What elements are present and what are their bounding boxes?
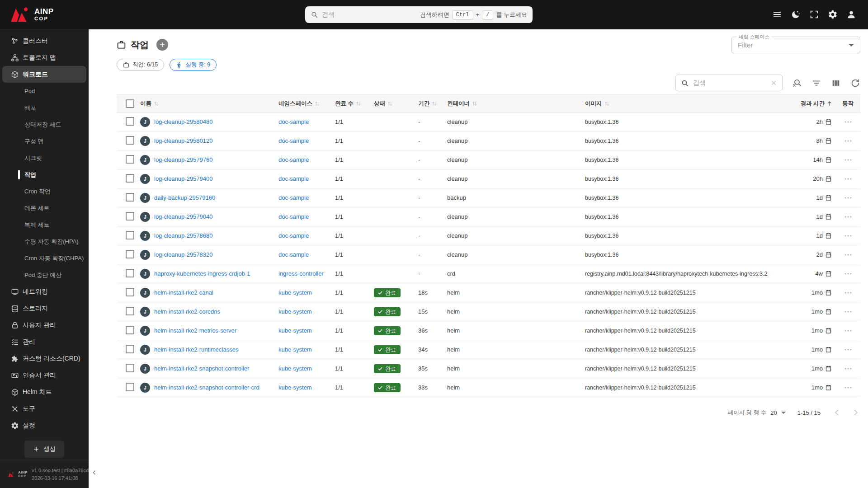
sidebar-item-workloads[interactable]: 워크로드 — [2, 66, 86, 83]
job-name-link[interactable]: log-cleanup-29580120 — [154, 137, 212, 144]
row-actions-button[interactable] — [844, 136, 853, 145]
jobs-count-chip[interactable]: 작업: 6/15 — [117, 59, 164, 71]
row-actions-button[interactable] — [844, 269, 853, 278]
job-name-link[interactable]: log-cleanup-29579760 — [154, 156, 212, 163]
column-header-container[interactable]: 컨테이너 — [447, 100, 585, 108]
column-header-completions[interactable]: 완료 수 — [335, 100, 374, 108]
job-name-link[interactable]: haproxy-kubernetes-ingress-crdjob-1 — [154, 270, 250, 277]
sidebar-item-chpa[interactable]: Cron 자동 확장(CHPA) — [2, 250, 86, 267]
user-account-icon[interactable] — [846, 9, 856, 19]
row-checkbox[interactable] — [126, 174, 134, 183]
menu-icon[interactable] — [772, 9, 782, 19]
app-logo[interactable]: AINP COP — [0, 6, 54, 23]
row-actions-button[interactable] — [844, 383, 853, 392]
sidebar-item-deployments[interactable]: 배포 — [2, 99, 86, 116]
sidebar-item-user-management[interactable]: 사용자 관리 — [2, 317, 86, 333]
row-checkbox[interactable] — [126, 136, 134, 145]
namespace-link[interactable]: doc-sample — [278, 137, 309, 144]
sidebar-item-statefulsets[interactable]: 상태저장 세트 — [2, 116, 86, 133]
row-actions-button[interactable] — [844, 250, 853, 259]
sidebar-item-storage[interactable]: 스토리지 — [2, 300, 86, 317]
column-header-namespace[interactable]: 네임스페이스 — [278, 100, 335, 108]
namespace-filter-select[interactable]: 네임 스페이스 Filter — [731, 37, 860, 53]
namespace-link[interactable]: doc-sample — [278, 118, 309, 125]
select-all-checkbox[interactable] — [126, 99, 134, 108]
row-actions-button[interactable] — [844, 231, 853, 240]
row-checkbox[interactable] — [126, 250, 134, 258]
row-checkbox[interactable] — [126, 155, 134, 164]
settings-icon[interactable] — [828, 9, 838, 19]
add-job-button[interactable] — [156, 39, 168, 51]
namespace-link[interactable]: doc-sample — [278, 232, 309, 239]
job-name-link[interactable]: log-cleanup-29578320 — [154, 251, 212, 258]
column-header-status[interactable]: 상태 — [374, 100, 418, 108]
job-name-link[interactable]: log-cleanup-29580480 — [154, 118, 212, 125]
row-actions-button[interactable] — [844, 155, 853, 164]
refresh-icon[interactable] — [850, 78, 860, 88]
row-checkbox[interactable] — [126, 269, 134, 277]
sidebar-item-certificates[interactable]: 인증서 관리 — [2, 367, 86, 384]
sidebar-item-configmaps[interactable]: 구성 맵 — [2, 133, 86, 150]
namespace-link[interactable]: kube-system — [278, 365, 312, 372]
row-checkbox[interactable] — [126, 364, 134, 372]
previous-page-button[interactable] — [832, 408, 841, 417]
row-checkbox[interactable] — [126, 288, 134, 296]
sidebar-item-custom-resources[interactable]: 커스텀 리소스(CRD) — [2, 350, 86, 367]
row-checkbox[interactable] — [126, 193, 134, 202]
row-checkbox[interactable] — [126, 326, 134, 334]
fullscreen-icon[interactable] — [809, 9, 819, 19]
clear-filters-icon[interactable] — [792, 78, 802, 88]
sidebar-item-secrets[interactable]: 시크릿 — [2, 150, 86, 166]
sidebar-item-cluster[interactable]: 클러스터 — [2, 33, 86, 49]
row-actions-button[interactable] — [844, 307, 853, 316]
row-actions-button[interactable] — [844, 288, 853, 297]
job-name-link[interactable]: helm-install-rke2-metrics-server — [154, 327, 236, 334]
namespace-link[interactable]: kube-system — [278, 346, 312, 353]
row-checkbox[interactable] — [126, 383, 134, 391]
sidebar-item-settings[interactable]: 설정 — [2, 417, 86, 434]
job-name-link[interactable]: log-cleanup-29579040 — [154, 213, 212, 220]
create-button[interactable]: 생성 — [24, 441, 64, 458]
row-actions-button[interactable] — [844, 326, 853, 335]
row-checkbox[interactable] — [126, 212, 134, 221]
column-header-duration[interactable]: 기간 — [418, 100, 447, 108]
global-search-input[interactable]: 검색 검색하려면 Ctrl + / 를 누르세요 — [305, 6, 533, 23]
job-name-link[interactable]: helm-install-rke2-canal — [154, 289, 213, 296]
sidebar-item-networking[interactable]: 네트워킹 — [2, 283, 86, 300]
namespace-link[interactable]: kube-system — [278, 289, 312, 296]
sidebar-item-pdb[interactable]: Pod 중단 예산 — [2, 267, 86, 283]
row-checkbox[interactable] — [126, 117, 134, 126]
namespace-link[interactable]: kube-system — [278, 327, 312, 334]
job-name-link[interactable]: helm-install-rke2-runtimeclasses — [154, 346, 238, 353]
sidebar-item-hpa[interactable]: 수평 자동 확장(HPA) — [2, 233, 86, 250]
sidebar-item-management[interactable]: 관리 — [2, 333, 86, 350]
next-page-button[interactable] — [851, 408, 860, 417]
row-actions-button[interactable] — [844, 212, 853, 221]
row-actions-button[interactable] — [844, 364, 853, 373]
namespace-link[interactable]: kube-system — [278, 308, 312, 315]
row-actions-button[interactable] — [844, 345, 853, 354]
sidebar-item-daemonsets[interactable]: 데몬 세트 — [2, 200, 86, 216]
row-checkbox[interactable] — [126, 307, 134, 315]
sidebar-item-cronjobs[interactable]: Cron 작업 — [2, 183, 86, 200]
sidebar-item-tools[interactable]: 도구 — [2, 400, 86, 417]
table-search-input[interactable]: 검색 — [675, 75, 783, 91]
namespace-link[interactable]: kube-system — [278, 384, 312, 391]
row-checkbox[interactable] — [126, 231, 134, 239]
column-header-age[interactable]: 경과 시간 — [773, 100, 835, 108]
sidebar-item-pods[interactable]: Pod — [2, 83, 86, 99]
column-header-image[interactable]: 이미지 — [585, 100, 773, 108]
job-name-link[interactable]: log-cleanup-29579400 — [154, 175, 212, 182]
namespace-link[interactable]: doc-sample — [278, 251, 309, 258]
row-actions-button[interactable] — [844, 117, 853, 127]
sidebar-item-replicasets[interactable]: 복제 세트 — [2, 216, 86, 233]
job-name-link[interactable]: helm-install-rke2-snapshot-controller — [154, 365, 249, 372]
sidebar-collapse-button[interactable] — [91, 468, 98, 477]
sidebar-item-helm-charts[interactable]: Helm 차트 — [2, 384, 86, 400]
dark-mode-icon[interactable] — [791, 9, 801, 19]
rows-per-page-select[interactable]: 페이지 당 행 수 20 — [728, 409, 786, 417]
sidebar-item-topology-map[interactable]: 토폴로지 맵 — [2, 49, 86, 66]
namespace-link[interactable]: doc-sample — [278, 213, 309, 220]
running-count-chip[interactable]: 실행 중: 9 — [170, 59, 217, 71]
row-actions-button[interactable] — [844, 174, 853, 183]
